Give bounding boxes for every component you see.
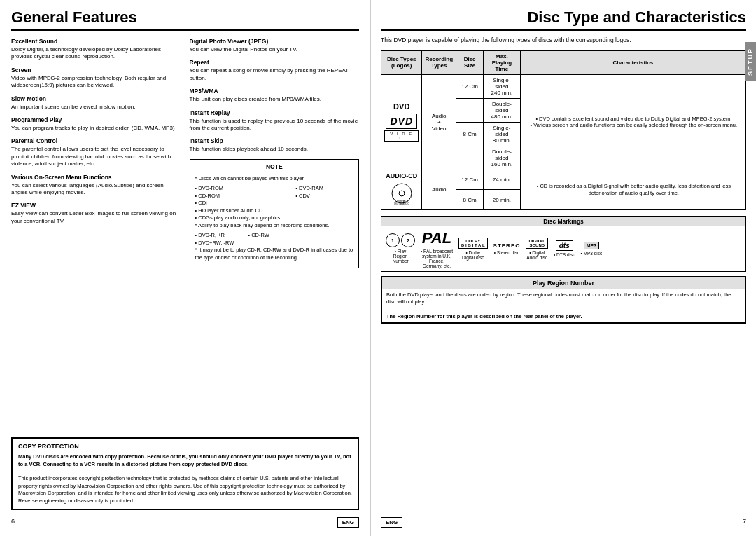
left-panel: General Features Excellent Sound Dolby D… [0, 0, 371, 536]
feature-ez-view: EZ VIEW Easy View can convert Letter Box… [11, 202, 181, 225]
note-list-col1: DVD-ROM CD-ROM CDi HD layer of super Aud… [195, 185, 282, 222]
feature-instant-replay: Instant Replay This function is used to … [190, 109, 360, 132]
dvd-time-double: Double-sided480 min. [484, 98, 520, 122]
audiocd-row: AUDIO-CD COMPACT DIGITAL AUDIO [382, 170, 746, 190]
markings-row: 1 2 • PlayRegionNumber PAL • PAL broadca… [386, 229, 741, 268]
digital-sound-marking: DIGITALSOUND • DigitalAudio disc [526, 238, 548, 260]
dvd-time-double-8: Double-sided160 min. [484, 146, 520, 170]
copy-protection-box: COPY PROTECTION Many DVD discs are encod… [11, 437, 359, 510]
feature-programmed-play: Programmed Play You can program tracks t… [11, 116, 181, 132]
mp3-marking: MP3 • MP3 disc [580, 242, 602, 256]
audiocd-characteristics: CD is recorded as a Digital Signal with … [520, 170, 746, 209]
disc-markings-box: Disc Markings 1 2 • PlayRegionNumber PAL… [381, 216, 746, 272]
svg-point-1 [399, 191, 405, 196]
col-disc-size: Disc Size [456, 50, 484, 74]
dts-marking: dts • DTS disc [554, 240, 575, 257]
play-region-text2: The Region Number for this player is des… [386, 313, 741, 319]
feature-screen: Screen Video with MPEG-2 compression tec… [11, 67, 181, 90]
note-list2-col2: CD-RW [248, 232, 269, 247]
disc-markings-title: Disc Markings [382, 217, 746, 226]
note-columns2: DVD-R, +R DVD+RW, -RW CD-RW [195, 232, 354, 247]
compact-disc-icon: COMPACT DIGITAL AUDIO [391, 182, 413, 205]
play-region-text1: Both the DVD player and the discs are co… [386, 291, 741, 306]
audiocd-logo: AUDIO-CD COMPACT DIGITAL AUDIO [384, 172, 419, 207]
col-disc-types: Disc Types(Logos) [382, 50, 422, 74]
audiocd-size-12: 12 Cm [456, 170, 484, 190]
audiocd-time-12: 74 min. [484, 170, 520, 190]
features-col1: Excellent Sound Dolby Digital, a technol… [11, 38, 181, 432]
left-bottom-bar: 6 ENG [11, 514, 359, 528]
col-recording-types: RecordingTypes [422, 50, 456, 74]
region-icon: 1 [386, 233, 400, 247]
feature-digital-photo: Digital Photo Viewer (JPEG) You can view… [190, 38, 360, 53]
feature-parental-control: Parental Control The parental control al… [11, 137, 181, 167]
features-col2: Digital Photo Viewer (JPEG) You can view… [190, 38, 360, 432]
audiocd-time-8: 20 min. [484, 190, 520, 210]
feature-repeat: Repeat You can repeat a song or movie si… [190, 59, 360, 82]
note-box: NOTE * Discs which cannot be played with… [190, 159, 360, 269]
copy-protection-para1: Many DVD discs are encoded with copy pro… [18, 453, 352, 468]
play-region-box: Play Region Number Both the DVD player a… [381, 276, 746, 324]
dvd-size-12: 12 Cm [456, 74, 484, 98]
play-region-title: Play Region Number [382, 277, 745, 289]
right-intro: This DVD player is capable of playing th… [381, 36, 746, 45]
feature-slow-motion: Slow Motion An important scene can be vi… [11, 95, 181, 111]
dvd-size-8: 8 Cm [456, 122, 484, 146]
audiocd-recording: Audio [422, 170, 456, 209]
region-marking: 1 2 • PlayRegionNumber [386, 233, 415, 263]
pal-marking: PAL • PAL broadcastsystem in U.K,France,… [421, 229, 453, 268]
feature-onscreen-menu: Various On-Screen Menu Functions You can… [11, 174, 181, 197]
right-title: Disc Type and Characteristics [381, 8, 746, 31]
left-title: General Features [11, 8, 359, 31]
copy-protection-para2: This product incorporates copyright prot… [18, 475, 352, 504]
dvd-row: DVD DVD V I D E O Audio+Video 12 Cm Sing… [382, 74, 746, 98]
dvd-time-single: Single-sided240 min. [484, 74, 520, 98]
right-page-num: 7 [743, 518, 746, 525]
svg-text:DIGITAL AUDIO: DIGITAL AUDIO [394, 202, 410, 205]
right-bottom-bar: ENG 7 [381, 511, 746, 528]
note-list-col2: DVD-RAM CDV [295, 185, 323, 222]
right-eng-badge: ENG [381, 517, 402, 528]
col-characteristics: Characteristics [520, 50, 746, 74]
dvd-logo-cell: DVD DVD V I D E O [382, 74, 422, 170]
col-playing-time: Max.Playing Time [484, 50, 520, 74]
audiocd-logo-cell: AUDIO-CD COMPACT DIGITAL AUDIO [382, 170, 422, 209]
disc-table: Disc Types(Logos) RecordingTypes Disc Si… [381, 50, 746, 210]
note-columns: DVD-ROM CD-ROM CDi HD layer of super Aud… [195, 185, 354, 222]
feature-mp3wma: MP3/WMA This unit can play discs created… [190, 88, 360, 103]
stereo-marking: STEREO • Stereo disc [493, 242, 521, 255]
right-panel: Disc Type and Characteristics This DVD p… [371, 0, 756, 536]
dvd-time-single-8: Single-sided80 min. [484, 122, 520, 146]
dolby-marking: DOLBYD I G I T A L • DolbyDigital disc [458, 238, 488, 260]
dvd-characteristics: DVD contains excellent sound and video d… [520, 74, 746, 170]
dvd-recording-types: Audio+Video [422, 74, 456, 170]
setup-tab: SETUP [745, 42, 756, 81]
note-list2-col1: DVD-R, +R DVD+RW, -RW [195, 232, 234, 247]
left-eng-badge: ENG [337, 517, 359, 528]
feature-excellent-sound: Excellent Sound Dolby Digital, a technol… [11, 38, 181, 61]
feature-instant-skip: Instant Skip This function skips playbac… [190, 137, 360, 153]
audiocd-size-8: 8 Cm [456, 190, 484, 210]
region-icon2: 2 [401, 233, 415, 247]
left-page-num: 6 [11, 518, 15, 525]
dvd-logo: DVD DVD V I D E O [384, 102, 419, 142]
